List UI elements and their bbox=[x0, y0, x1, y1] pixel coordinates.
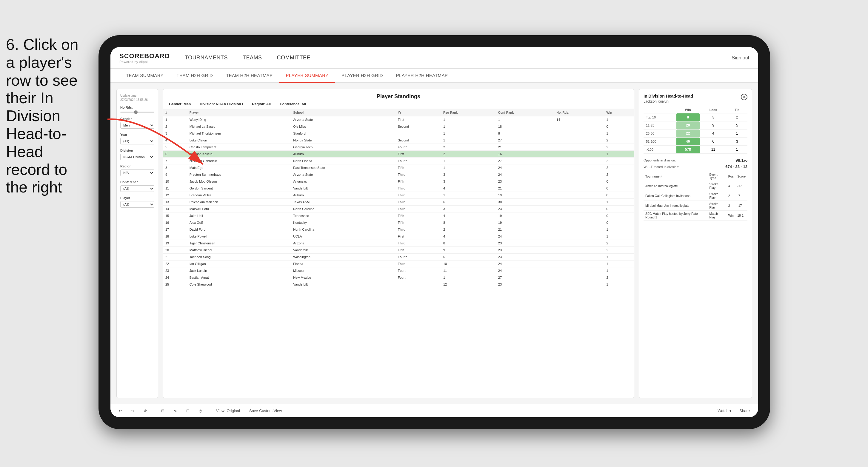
tournament-row[interactable]: Fallen Oak Collegiate Invitational Strok… bbox=[644, 191, 747, 201]
tab-team-h2h-grid[interactable]: TEAM H2H GRID bbox=[170, 69, 219, 82]
cell-yr: Fourth bbox=[396, 158, 441, 164]
table-row[interactable]: 21 Taehoon Song Washington Fourth 6 23 1 bbox=[163, 254, 634, 260]
redo-button[interactable]: ↪ bbox=[129, 407, 137, 414]
table-row[interactable]: 11 Gordon Sargent Vanderbilt Third 4 21 … bbox=[163, 185, 634, 192]
cell-school: Stanford bbox=[291, 130, 396, 137]
table-row[interactable]: 10 Jacob Mou Oleson Arkansas Fifth 3 23 … bbox=[163, 178, 634, 185]
cell-num: 20 bbox=[163, 247, 187, 254]
tournament-row[interactable]: Amer Ari Intercollegiate Stroke Play 4 -… bbox=[644, 181, 747, 191]
tab-player-summary[interactable]: PLAYER SUMMARY bbox=[279, 69, 335, 83]
conference-select[interactable]: (All) bbox=[120, 185, 154, 192]
table-row[interactable]: 13 Phichakun Maichon Texas A&M Third 6 3… bbox=[163, 199, 634, 206]
table-row[interactable]: 24 Bastian Amat New Mexico Fourth 1 27 2 bbox=[163, 274, 634, 281]
table-row[interactable]: 8 Mats Ege East Tennessee State Fifth 1 … bbox=[163, 164, 634, 171]
tab-player-h2h-heatmap[interactable]: PLAYER H2H HEATMAP bbox=[390, 69, 454, 82]
share-button[interactable]: Share bbox=[737, 407, 752, 414]
table-row[interactable]: 19 Tiger Christensen Arizona Third 8 23 … bbox=[163, 240, 634, 247]
table-row[interactable]: 9 Preston Summerhays Arizona State Third… bbox=[163, 171, 634, 178]
table-row[interactable]: 16 Alex Goff Kentucky Fifth 8 19 0 bbox=[163, 219, 634, 226]
t-cell-event-type: Stroke Play bbox=[708, 181, 726, 191]
tournament-row[interactable]: Mirabel Maui Jim Intercollegiate Stroke … bbox=[644, 201, 747, 211]
cell-player: Alex Goff bbox=[187, 219, 291, 226]
cell-win: 2 bbox=[604, 247, 634, 254]
table-row[interactable]: 17 David Ford North Carolina Third 2 21 … bbox=[163, 226, 634, 233]
nav-tournaments[interactable]: TOURNAMENTS bbox=[185, 53, 228, 62]
cell-reg-rank: 1 bbox=[441, 123, 496, 130]
table-row[interactable]: 5 Christo Lamprecht Georgia Tech Fourth … bbox=[163, 144, 634, 151]
h2h-close-button[interactable]: ✕ bbox=[741, 94, 747, 100]
table-row[interactable]: 1 Wenyi Ding Arizona State First 1 1 14 … bbox=[163, 116, 634, 123]
table-row[interactable]: 25 Cole Sherwood Vanderbilt 12 23 1 bbox=[163, 281, 634, 288]
watch-button[interactable]: Watch ▾ bbox=[715, 407, 734, 414]
table-row[interactable]: 15 Jake Hall Tennessee Fifth 4 19 0 bbox=[163, 213, 634, 219]
table-row[interactable]: 22 Ian Gilligan Florida Third 10 24 1 bbox=[163, 260, 634, 268]
tab-team-h2h-heatmap[interactable]: TEAM H2H HEATMAP bbox=[219, 69, 279, 82]
t-cell-score: -17 bbox=[736, 201, 747, 211]
cell-win: 0 bbox=[604, 192, 634, 199]
cell-num: 17 bbox=[163, 226, 187, 233]
table-row[interactable]: 18 Luke Powell UCLA First 4 24 1 bbox=[163, 233, 634, 240]
nav-committee[interactable]: COMMITTEE bbox=[277, 53, 311, 62]
layout-button[interactable]: ⊡ bbox=[184, 407, 192, 414]
cell-num: 25 bbox=[163, 281, 187, 288]
table-row[interactable]: 6 Jackson Koivun Auburn First 2 16 1 bbox=[163, 151, 634, 158]
cell-school: Texas A&M bbox=[291, 199, 396, 206]
grid-button[interactable]: ⊞ bbox=[159, 407, 167, 414]
h2h-cell-tie: 2 bbox=[727, 114, 747, 121]
year-label: Year bbox=[120, 133, 154, 136]
player-select[interactable]: (All) bbox=[120, 201, 154, 208]
year-select[interactable]: (All) bbox=[120, 138, 154, 145]
table-row[interactable]: 14 Maxwell Ford North Carolina Third 3 2… bbox=[163, 206, 634, 213]
t-cell-pos: Win bbox=[726, 211, 736, 220]
table-row[interactable]: 3 Michael Thorbjornsen Stanford 1 8 1 bbox=[163, 130, 634, 137]
t-col-score: Score bbox=[736, 172, 747, 181]
view-original-button[interactable]: View: Original bbox=[214, 407, 242, 414]
table-row[interactable]: 7 Nicholas Gabrelcik North Florida Fourt… bbox=[163, 158, 634, 164]
cell-player: Phichakun Maichon bbox=[187, 199, 291, 206]
region-label: Region bbox=[120, 164, 154, 168]
h2h-cell-label: 26-50 bbox=[644, 129, 676, 137]
table-row[interactable]: 23 Jack Lundin Missouri Fourth 11 24 1 bbox=[163, 268, 634, 274]
cell-player: Preston Summerhays bbox=[187, 171, 291, 178]
tab-player-h2h-grid[interactable]: PLAYER H2H GRID bbox=[335, 69, 389, 82]
table-row[interactable]: 12 Brendan Valles Auburn Third 1 19 0 bbox=[163, 192, 634, 199]
wave-button[interactable]: ∿ bbox=[171, 407, 179, 414]
save-custom-button[interactable]: Save Custom View bbox=[247, 407, 284, 414]
table-header-row: # Player School Yr Reg Rank Conf Rank No… bbox=[163, 109, 634, 116]
division-select[interactable]: NCAA Division I bbox=[120, 154, 154, 160]
cell-player: Jackson Koivun bbox=[187, 151, 291, 158]
instruction-text: 6. Click on a player's row to see their … bbox=[0, 36, 93, 196]
gender-select[interactable]: Men bbox=[120, 122, 154, 129]
cell-reg-rank: 4 bbox=[441, 213, 496, 219]
toolbar-separator-2 bbox=[209, 408, 209, 414]
h2h-cell-win: 46 bbox=[676, 137, 700, 146]
no-rds-slider[interactable] bbox=[120, 112, 154, 113]
cell-yr: Third bbox=[396, 199, 441, 206]
cell-reg-rank: 3 bbox=[441, 178, 496, 185]
cell-player: Brendan Valles bbox=[187, 192, 291, 199]
cell-conf-rank: 21 bbox=[496, 144, 554, 151]
tournament-row[interactable]: SEC Match Play hosted by Jerry Pate Roun… bbox=[644, 211, 747, 220]
table-row[interactable]: 20 Matthew Riedel Vanderbilt Fifth 9 23 … bbox=[163, 247, 634, 254]
tab-team-summary[interactable]: TEAM SUMMARY bbox=[119, 69, 170, 82]
cell-reg-rank: 11 bbox=[441, 268, 496, 274]
region-select[interactable]: N/A bbox=[120, 169, 154, 176]
cell-yr: Fifth bbox=[396, 213, 441, 219]
standings-table-scroll[interactable]: # Player School Yr Reg Rank Conf Rank No… bbox=[163, 109, 634, 398]
table-row[interactable]: 4 Luke Claton Florida State Second 1 27 … bbox=[163, 137, 634, 144]
slider-thumb[interactable] bbox=[134, 111, 137, 114]
table-row[interactable]: 2 Michael La Sasso Ole Miss Second 1 18 … bbox=[163, 123, 634, 130]
clock-button[interactable]: ◷ bbox=[196, 407, 205, 414]
cell-no-rds bbox=[554, 233, 604, 240]
refresh-button[interactable]: ⟳ bbox=[142, 407, 150, 414]
cell-player: Cole Sherwood bbox=[187, 281, 291, 288]
cell-num: 3 bbox=[163, 130, 187, 137]
undo-button[interactable]: ↩ bbox=[116, 407, 124, 414]
cell-conf-rank: 24 bbox=[496, 233, 554, 240]
cell-win: 1 bbox=[604, 233, 634, 240]
sign-out-button[interactable]: Sign out bbox=[732, 55, 749, 61]
t-cell-tournament: Amer Ari Intercollegiate bbox=[644, 181, 708, 191]
col-reg-rank: Reg Rank bbox=[441, 109, 496, 116]
t-cell-event-type: Stroke Play bbox=[708, 201, 726, 211]
nav-teams[interactable]: TEAMS bbox=[243, 53, 262, 62]
